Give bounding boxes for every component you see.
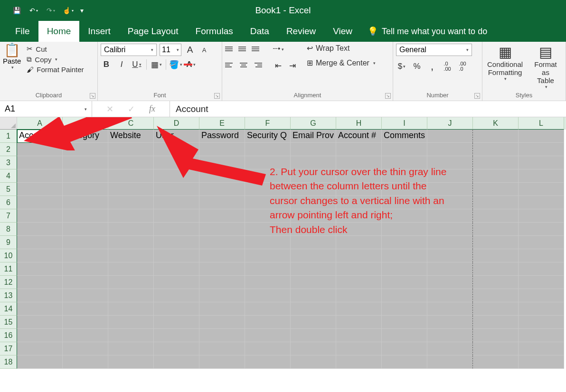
- cell[interactable]: [291, 249, 336, 262]
- format-painter-button[interactable]: 🖌 Format Painter: [27, 65, 84, 74]
- cell[interactable]: [382, 249, 427, 262]
- tab-home[interactable]: Home: [38, 21, 80, 42]
- cell[interactable]: [291, 329, 336, 342]
- cell[interactable]: [199, 262, 245, 276]
- row-header[interactable]: 11: [0, 262, 17, 276]
- cell[interactable]: [63, 223, 108, 236]
- align-right-icon[interactable]: [252, 60, 262, 70]
- cell[interactable]: [17, 169, 63, 183]
- font-name-select[interactable]: Calibri ▾: [101, 44, 157, 56]
- cell[interactable]: [336, 156, 382, 169]
- cell[interactable]: [336, 316, 382, 329]
- cell[interactable]: [108, 355, 154, 369]
- cell[interactable]: [336, 169, 382, 183]
- row-header[interactable]: 15: [0, 316, 17, 329]
- touch-icon[interactable]: ☝▾: [60, 3, 76, 18]
- cell[interactable]: [245, 196, 291, 209]
- cell[interactable]: Account: [17, 130, 63, 143]
- cell[interactable]: [108, 262, 154, 276]
- cell[interactable]: [245, 183, 291, 196]
- enter-icon[interactable]: ✓: [128, 104, 135, 114]
- cell[interactable]: [63, 355, 108, 369]
- align-center-icon[interactable]: [238, 60, 249, 70]
- cell[interactable]: [108, 236, 154, 249]
- cell[interactable]: [336, 276, 382, 289]
- cell[interactable]: [154, 249, 199, 262]
- cell[interactable]: [473, 143, 519, 156]
- cell[interactable]: [519, 169, 564, 183]
- cell[interactable]: [63, 143, 108, 156]
- cell[interactable]: [108, 183, 154, 196]
- cell[interactable]: Password: [199, 130, 245, 143]
- cell[interactable]: [108, 196, 154, 209]
- cell[interactable]: [63, 316, 108, 329]
- cell[interactable]: [519, 316, 564, 329]
- italic-button[interactable]: I: [116, 59, 127, 70]
- cell[interactable]: [108, 289, 154, 302]
- cell[interactable]: [154, 342, 199, 355]
- tab-review[interactable]: Review: [278, 21, 324, 42]
- cell[interactable]: [473, 196, 519, 209]
- orientation-icon[interactable]: ⭬▾: [273, 44, 284, 55]
- cell[interactable]: [427, 183, 473, 196]
- column-header[interactable]: A: [17, 117, 63, 130]
- cell[interactable]: [427, 209, 473, 223]
- cell[interactable]: [519, 262, 564, 276]
- cell[interactable]: [63, 169, 108, 183]
- cell[interactable]: [199, 169, 245, 183]
- cell[interactable]: [199, 223, 245, 236]
- row-header[interactable]: 16: [0, 329, 17, 342]
- tab-page-layout[interactable]: Page Layout: [119, 21, 187, 42]
- cell[interactable]: [199, 316, 245, 329]
- cell[interactable]: [473, 329, 519, 342]
- cell[interactable]: [154, 355, 199, 369]
- cell[interactable]: [17, 289, 63, 302]
- cell[interactable]: [473, 130, 519, 143]
- cell[interactable]: [17, 276, 63, 289]
- row-header[interactable]: 3: [0, 156, 17, 169]
- column-header[interactable]: F: [245, 117, 291, 130]
- cell[interactable]: [336, 302, 382, 316]
- qat-customize-icon[interactable]: ▾: [77, 3, 86, 18]
- cell[interactable]: [154, 262, 199, 276]
- cell[interactable]: [291, 262, 336, 276]
- decrease-indent-icon[interactable]: ⇤: [273, 60, 284, 71]
- increase-decimal-icon[interactable]: .0.00: [442, 61, 453, 72]
- cell[interactable]: [63, 302, 108, 316]
- cell[interactable]: [108, 302, 154, 316]
- cell[interactable]: [63, 209, 108, 223]
- column-header[interactable]: H: [336, 117, 382, 130]
- cell[interactable]: [108, 276, 154, 289]
- cell[interactable]: Security Q: [245, 130, 291, 143]
- cell[interactable]: [382, 355, 427, 369]
- cell[interactable]: [199, 276, 245, 289]
- dialog-launcher-icon[interactable]: ↘: [385, 93, 391, 99]
- tab-view[interactable]: View: [324, 21, 361, 42]
- cell[interactable]: Website: [108, 130, 154, 143]
- cell[interactable]: [63, 183, 108, 196]
- cell[interactable]: [108, 209, 154, 223]
- cell[interactable]: [291, 143, 336, 156]
- cell[interactable]: [291, 302, 336, 316]
- cell[interactable]: [17, 236, 63, 249]
- tell-me[interactable]: 💡 Tell me what you want to do: [361, 21, 494, 42]
- dialog-launcher-icon[interactable]: ↘: [474, 93, 480, 99]
- cell[interactable]: [427, 169, 473, 183]
- column-header[interactable]: L: [519, 117, 564, 130]
- row-header[interactable]: 1: [0, 130, 17, 143]
- font-color-button[interactable]: A▾: [185, 59, 197, 70]
- column-header[interactable]: D: [154, 117, 199, 130]
- cell[interactable]: [63, 236, 108, 249]
- cell[interactable]: [245, 169, 291, 183]
- dialog-launcher-icon[interactable]: ↘: [90, 93, 95, 99]
- cell[interactable]: [199, 249, 245, 262]
- conditional-formatting-button[interactable]: ▦ Conditional Formatting ▾: [485, 44, 525, 89]
- cell[interactable]: [336, 143, 382, 156]
- cell[interactable]: [473, 276, 519, 289]
- cell[interactable]: [199, 143, 245, 156]
- cell[interactable]: [108, 249, 154, 262]
- row-header[interactable]: 4: [0, 169, 17, 183]
- cell[interactable]: [199, 183, 245, 196]
- row-header[interactable]: 10: [0, 249, 17, 262]
- percent-format-icon[interactable]: %: [411, 61, 423, 72]
